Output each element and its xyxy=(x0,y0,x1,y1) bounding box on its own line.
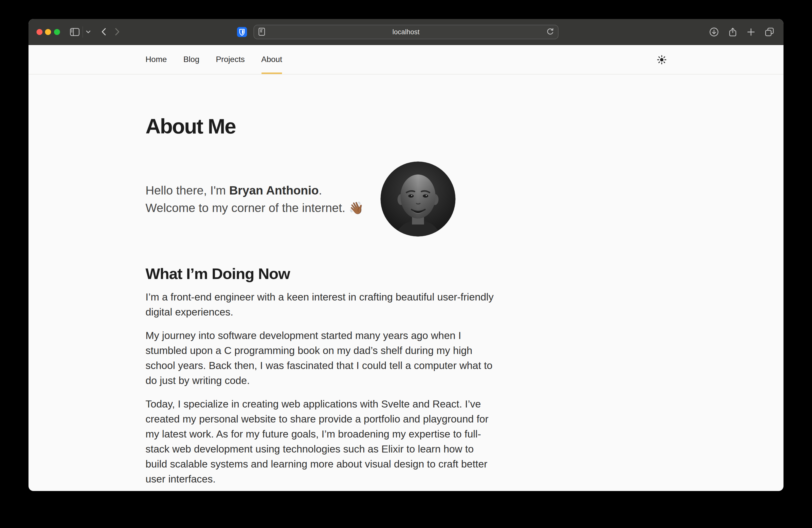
reload-icon xyxy=(547,28,554,36)
intro-text: Hello there, I'm Bryan Anthonio. Welcome… xyxy=(145,181,364,217)
nav-item-projects[interactable]: Projects xyxy=(216,45,245,74)
intro-line-1: Hello there, I'm Bryan Anthonio. xyxy=(145,181,364,199)
intro-prefix: Hello there, I'm xyxy=(145,184,229,197)
address-bar[interactable]: localhost xyxy=(253,25,559,39)
share-icon xyxy=(728,27,737,37)
forward-arrow-icon xyxy=(115,28,119,35)
download-icon xyxy=(710,28,719,36)
intro-line-2: Welcome to my corner of the internet. 👋🏾 xyxy=(145,199,364,217)
share-button[interactable] xyxy=(728,27,737,37)
minimize-window-button[interactable] xyxy=(45,29,51,35)
back-button[interactable] xyxy=(101,28,106,35)
tab-overview-button[interactable] xyxy=(765,28,774,36)
zoom-window-button[interactable] xyxy=(54,29,60,35)
section-title: What I’m Doing Now xyxy=(145,264,667,283)
plus-icon xyxy=(747,28,755,36)
intro-suffix: . xyxy=(319,184,322,197)
nav-item-blog[interactable]: Blog xyxy=(183,45,199,74)
back-arrow-icon xyxy=(101,28,106,35)
site-navbar: Home Blog Projects About xyxy=(29,45,783,74)
url-text: localhost xyxy=(254,28,558,35)
desktop: localhost xyxy=(0,0,812,528)
traffic-lights xyxy=(29,29,60,35)
bitwarden-extension-button[interactable] xyxy=(237,27,247,37)
about-paragraphs: I’m a front-end engineer with a keen int… xyxy=(145,290,495,486)
chevron-down-icon xyxy=(86,30,90,33)
downloads-button[interactable] xyxy=(710,28,719,36)
browser-window: localhost xyxy=(29,19,783,491)
close-window-button[interactable] xyxy=(36,29,42,35)
tabs-overview-icon xyxy=(765,28,774,36)
sidebar-menu-button[interactable] xyxy=(86,30,90,33)
paragraph-3: Today, I specialize in creating web appl… xyxy=(145,396,495,486)
bitwarden-shield-icon xyxy=(237,27,247,37)
page-content: About Me Hello there, I'm Bryan Anthonio… xyxy=(145,115,667,486)
browser-toolbar: localhost xyxy=(29,19,783,45)
nav-item-about[interactable]: About xyxy=(261,45,282,74)
new-tab-button[interactable] xyxy=(747,28,755,36)
toolbar-divider xyxy=(82,26,83,37)
sun-icon xyxy=(657,55,667,64)
sidebar-toggle-button[interactable] xyxy=(70,28,79,36)
nav-item-home[interactable]: Home xyxy=(145,45,167,74)
intro-name: Bryan Anthonio xyxy=(229,184,319,197)
page-title: About Me xyxy=(145,115,667,138)
theme-toggle-button[interactable] xyxy=(657,45,667,74)
sidebar-toggle-icon xyxy=(70,28,79,36)
paragraph-2: My journey into software development sta… xyxy=(145,328,495,388)
forward-button[interactable] xyxy=(115,28,119,35)
profile-photo xyxy=(380,161,455,236)
reload-button[interactable] xyxy=(547,28,554,36)
paragraph-1: I’m a front-end engineer with a keen int… xyxy=(145,290,495,320)
hero-section: Hello there, I'm Bryan Anthonio. Welcome… xyxy=(145,161,455,236)
